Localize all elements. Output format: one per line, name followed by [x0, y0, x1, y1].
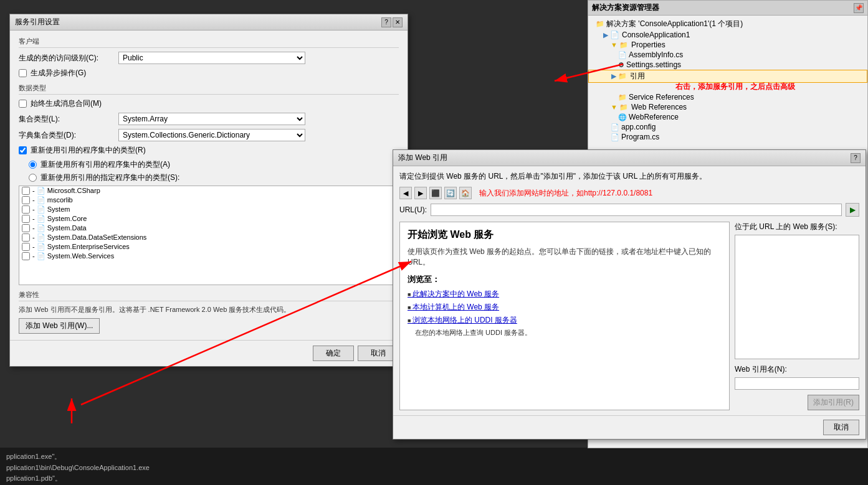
settings-icon: ⚙ — [618, 61, 624, 69]
assembly-item-0[interactable]: - 📄 Microsoft.CSharp — [19, 186, 398, 195]
dict-type-select[interactable]: System.Collections.Generic.Dictionary — [118, 129, 305, 141]
properties-folder-icon: ▼ 📁 — [611, 41, 628, 49]
solution-icon: 📁 — [596, 20, 604, 28]
output-line-3: pplication1.pdb"。 — [6, 473, 862, 484]
assemblyinfo-icon: 📄 — [618, 51, 627, 59]
assembly-listbox[interactable]: - 📄 Microsoft.CSharp - 📄 mscorlib - 📄 Sy… — [19, 186, 399, 285]
ref-name-label: Web 引用名(N): — [735, 364, 859, 375]
web-ref-main: 开始浏览 Web 服务 使用该页作为查找 Web 服务的起始点。您可以单击下面的… — [399, 222, 859, 410]
ok-button[interactable]: 确定 — [313, 346, 354, 361]
access-level-select[interactable]: Public Internal — [118, 52, 305, 64]
annotation-references: 右击，添加服务引用，之后点击高级 — [675, 82, 795, 91]
reuse-all-row: 重新使用所有引用的程序集中的类型(A) — [19, 159, 399, 170]
tree-assemblyinfo[interactable]: 📄 AssemblyInfo.cs — [588, 50, 867, 60]
output-panel: pplication1.exe"。 pplication1\bin\Debug\… — [0, 448, 868, 485]
tree-programcs[interactable]: 📄 Program.cs — [588, 132, 867, 142]
reuse-types-checkbox[interactable] — [19, 146, 27, 154]
web-link-0[interactable]: 此解决方案中的 Web 服务 — [408, 289, 722, 299]
web-ref-cancel-button[interactable]: 取消 — [823, 420, 859, 435]
assembly-listbox-container: - 📄 Microsoft.CSharp - 📄 mscorlib - 📄 Sy… — [19, 186, 399, 285]
add-web-ref-button[interactable]: 添加 Web 引用(W)... — [19, 318, 100, 334]
reuse-types-label: 重新使用引用的程序集中的类型(R) — [31, 145, 146, 156]
service-refs-icon: 📁 — [618, 93, 627, 101]
web-ref-right-pane: 位于此 URL 上的 Web 服务(S): Web 引用名(N): 添加引用(R… — [735, 222, 859, 410]
reuse-selected-radio[interactable] — [29, 174, 37, 182]
tree-references[interactable]: ▶ 📁 引用 — [588, 70, 867, 83]
refresh-btn[interactable]: 🔄 — [444, 187, 457, 199]
properties-label: Properties — [631, 40, 665, 49]
access-level-row: 生成的类的访问级别(C): Public Internal — [19, 52, 399, 64]
services-box — [735, 235, 859, 359]
web-refs-label: Web References — [631, 103, 687, 111]
web-ref-footer: 取消 — [393, 415, 866, 439]
tree-web-refs[interactable]: ▼ 📁 Web References — [588, 102, 867, 112]
web-ref-title: 添加 Web 引用 — [398, 153, 447, 163]
web-ref-desc: 请定位到提供 Web 服务的 URL，然后单击"添加引用"，添加位于该 URL … — [399, 171, 859, 182]
async-checkbox[interactable] — [19, 69, 27, 77]
tree-project[interactable]: ▶ 📄 ConsoleApplication1 — [588, 30, 867, 40]
service-dialog-buttons: ? ✕ — [381, 17, 403, 27]
back-btn[interactable]: ◀ — [399, 187, 412, 199]
assembly-item-2[interactable]: - 📄 System — [19, 205, 398, 214]
tree-service-refs[interactable]: 📁 Service References — [588, 92, 867, 102]
always-generate-label: 始终生成消息合同(M) — [31, 98, 102, 109]
solution-explorer-header: 解决方案资源管理器 📌 — [588, 1, 867, 16]
ref-name-input[interactable] — [735, 377, 859, 390]
dict-type-label: 字典集合类型(D): — [19, 130, 118, 141]
assembly-item-4[interactable]: - 📄 System.Data — [19, 224, 398, 233]
output-line-1: pplication1.exe"。 — [6, 451, 862, 463]
references-icon: ▶ 📁 — [611, 72, 627, 80]
dict-type-row: 字典集合类型(D): System.Collections.Generic.Di… — [19, 129, 399, 141]
tree-solution-root[interactable]: 📁 解决方案 'ConsoleApplication1'(1 个项目) — [588, 18, 867, 30]
datatype-section-label: 数据类型 — [19, 83, 399, 95]
home-btn[interactable]: 🏠 — [459, 187, 472, 199]
se-pin-btn[interactable]: 📌 — [854, 3, 864, 13]
tree-appconfig[interactable]: 📄 app.config — [588, 122, 867, 132]
stop-btn[interactable]: ⬛ — [429, 187, 442, 199]
always-generate-checkbox[interactable] — [19, 100, 27, 108]
web-ref-help-btn[interactable]: ? — [851, 153, 861, 163]
add-web-ref-dialog: 添加 Web 引用 ? 请定位到提供 Web 服务的 URL，然后单击"添加引用… — [393, 149, 866, 440]
web-link-1[interactable]: 本地计算机上的 Web 服务 — [408, 302, 722, 313]
web-link-2[interactable]: 浏览本地网络上的 UDDI 服务器 — [408, 315, 722, 326]
add-ref-button[interactable]: 添加引用(R) — [808, 395, 859, 410]
tree-settings[interactable]: ⚙ Settings.settings — [588, 60, 867, 70]
url-input[interactable] — [431, 204, 842, 216]
url-hint: 输入我们添加网站时的地址，如http://127.0.0.1/8081 — [479, 188, 652, 199]
compat-text: 添加 Web 引用而不是服务引用。这将基于 .NET Framework 2.0… — [19, 305, 399, 314]
service-close-btn[interactable]: ✕ — [393, 17, 403, 27]
service-help-btn[interactable]: ? — [381, 17, 391, 27]
reuse-selected-label: 重新使用所引用的指定程序集中的类型(S): — [41, 172, 179, 183]
assemblyinfo-label: AssemblyInfo.cs — [629, 50, 683, 59]
tree-webreference[interactable]: 🌐 WebReference — [588, 112, 867, 122]
reuse-all-label: 重新使用所有引用的程序集中的类型(A) — [41, 159, 170, 170]
service-dialog-footer: 确定 取消 — [10, 340, 408, 366]
web-browser-pane: 开始浏览 Web 服务 使用该页作为查找 Web 服务的起始点。您可以单击下面的… — [399, 222, 730, 410]
web-refs-folder-icon: ▼ 📁 — [611, 103, 628, 111]
async-checkbox-row: 生成异步操作(G) — [19, 68, 399, 78]
go-button[interactable]: ▶ — [846, 203, 859, 217]
assembly-item-5[interactable]: - 📄 System.Data.DataSetExtensions — [19, 233, 398, 242]
assembly-item-3[interactable]: - 📄 System.Core — [19, 214, 398, 224]
async-label: 生成异步操作(G) — [31, 68, 86, 78]
web-ref-titlebar: 添加 Web 引用 ? — [393, 150, 866, 166]
tree-properties[interactable]: ▼ 📁 Properties — [588, 40, 867, 50]
assembly-item-1[interactable]: - 📄 mscorlib — [19, 195, 398, 205]
service-refs-label: Service References — [629, 93, 694, 101]
collection-type-select[interactable]: System.Array System.Collections.Generic.… — [118, 113, 305, 125]
access-level-label: 生成的类的访问级别(C): — [19, 53, 118, 64]
assembly-item-7[interactable]: - 📄 System.Web.Services — [19, 252, 398, 261]
forward-btn[interactable]: ▶ — [414, 187, 427, 199]
appconfig-label: app.config — [621, 123, 656, 131]
compat-label: 兼容性 — [19, 290, 399, 301]
solution-explorer-title: 解决方案资源管理器 — [592, 2, 659, 13]
assembly-item-6[interactable]: - 📄 System.EnterpriseServices — [19, 242, 398, 252]
browser-desc: 使用该页作为查找 Web 服务的起始点。您可以单击下面的链接，或者在地址栏中键入… — [408, 247, 722, 268]
services-label: 位于此 URL 上的 Web 服务(S): — [735, 222, 859, 232]
project-icon: ▶ — [603, 31, 608, 39]
url-label: URL(U): — [399, 205, 427, 214]
appconfig-icon: 📄 — [611, 123, 619, 131]
client-section-label: 客户端 — [19, 37, 399, 48]
programcs-label: Program.cs — [621, 133, 659, 141]
reuse-all-radio[interactable] — [29, 161, 37, 169]
